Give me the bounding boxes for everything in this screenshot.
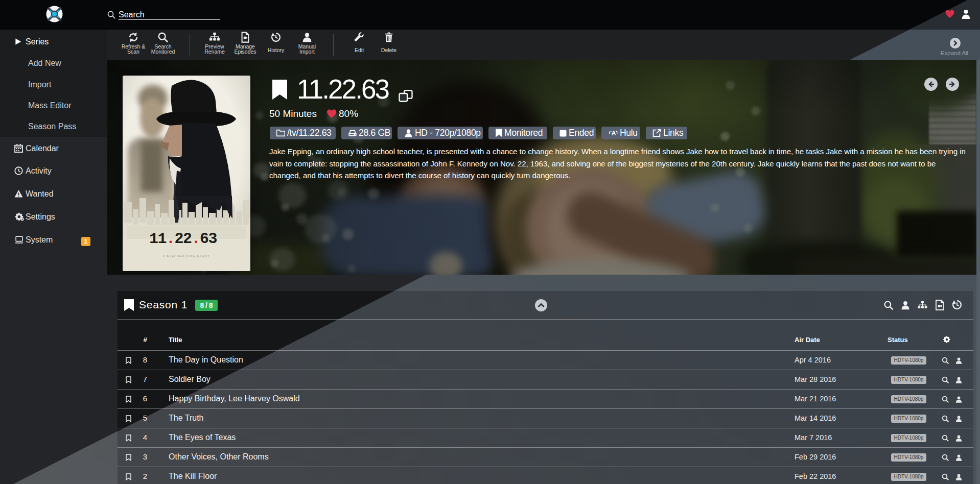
svg-text:'A': 'A' <box>610 130 617 137</box>
